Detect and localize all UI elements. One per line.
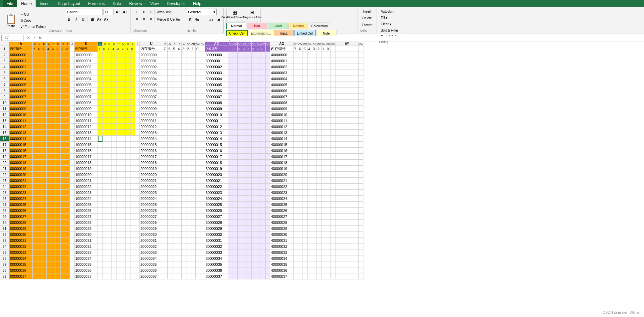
cell[interactable] xyxy=(196,106,200,112)
cell[interactable] xyxy=(172,100,177,106)
cell[interactable] xyxy=(47,208,51,214)
cell[interactable] xyxy=(130,118,135,124)
cell[interactable] xyxy=(33,70,37,76)
cell[interactable] xyxy=(233,166,238,172)
cell[interactable] xyxy=(335,208,359,214)
cell[interactable] xyxy=(196,100,200,106)
cell[interactable] xyxy=(191,196,196,202)
cell[interactable] xyxy=(331,82,335,88)
cell[interactable]: 6 xyxy=(103,46,107,52)
cell[interactable] xyxy=(196,148,200,154)
cell[interactable] xyxy=(200,202,205,208)
cell[interactable]: 30000007 xyxy=(205,94,228,100)
cell[interactable] xyxy=(247,136,252,142)
cell[interactable] xyxy=(177,196,182,202)
cell[interactable] xyxy=(196,243,200,249)
col-header-AL[interactable]: AL xyxy=(256,42,261,46)
cell[interactable] xyxy=(103,184,107,190)
cell[interactable] xyxy=(168,267,172,273)
cell[interactable] xyxy=(182,148,186,154)
cell[interactable] xyxy=(42,172,47,178)
cell[interactable] xyxy=(247,190,252,196)
col-header-W[interactable]: W xyxy=(168,42,172,46)
cell[interactable] xyxy=(47,76,51,82)
cell[interactable] xyxy=(294,178,298,184)
cell[interactable] xyxy=(182,184,186,190)
cell[interactable] xyxy=(191,160,196,166)
cell[interactable]: 00000018 xyxy=(9,160,33,166)
cell[interactable] xyxy=(177,88,182,94)
cell-reference-box[interactable] xyxy=(1,35,21,41)
cell[interactable] xyxy=(130,136,135,142)
cell[interactable] xyxy=(56,52,61,58)
cell[interactable] xyxy=(261,220,266,226)
cell[interactable] xyxy=(256,208,261,214)
cell[interactable]: 10000024 xyxy=(75,196,98,202)
cell[interactable] xyxy=(163,255,168,261)
row-header[interactable]: 5 xyxy=(0,70,9,76)
cell[interactable] xyxy=(130,178,135,184)
cell[interactable]: 20000014 xyxy=(140,136,163,142)
cell[interactable] xyxy=(56,208,61,214)
cell[interactable] xyxy=(107,70,112,76)
cell[interactable] xyxy=(121,76,126,82)
cell[interactable]: 5 xyxy=(107,46,112,52)
cell[interactable] xyxy=(228,208,233,214)
cell[interactable] xyxy=(70,82,75,88)
cell[interactable] xyxy=(242,226,247,232)
cell[interactable] xyxy=(47,88,51,94)
cell[interactable]: 00000025 xyxy=(9,202,33,208)
cell[interactable] xyxy=(298,243,303,249)
cell[interactable] xyxy=(56,88,61,94)
row-header[interactable]: 19 xyxy=(0,154,9,160)
cell[interactable] xyxy=(61,226,65,232)
cell[interactable] xyxy=(233,214,238,220)
cell[interactable] xyxy=(308,160,312,166)
cell[interactable] xyxy=(186,100,191,106)
cell[interactable] xyxy=(196,190,200,196)
cell[interactable] xyxy=(37,166,42,172)
cell[interactable]: 10000002 xyxy=(75,64,98,70)
cell[interactable] xyxy=(33,243,37,249)
cell[interactable] xyxy=(103,70,107,76)
cell[interactable] xyxy=(322,148,326,154)
cell[interactable] xyxy=(168,154,172,160)
cell[interactable] xyxy=(51,76,56,82)
cell[interactable] xyxy=(303,214,308,220)
cell[interactable] xyxy=(65,255,70,261)
cell[interactable] xyxy=(130,243,135,249)
cell[interactable] xyxy=(317,226,322,232)
cell[interactable] xyxy=(126,142,130,148)
cell[interactable] xyxy=(163,214,168,220)
cell[interactable] xyxy=(238,172,242,178)
cell[interactable] xyxy=(359,214,363,220)
cell[interactable]: 10000007 xyxy=(75,94,98,100)
cell[interactable]: 40000007 xyxy=(270,94,294,100)
cell[interactable] xyxy=(266,94,270,100)
cell[interactable] xyxy=(130,94,135,100)
cell[interactable] xyxy=(228,130,233,136)
cell[interactable] xyxy=(266,58,270,64)
cell[interactable] xyxy=(116,255,121,261)
cell[interactable] xyxy=(256,106,261,112)
cell[interactable] xyxy=(247,202,252,208)
cell[interactable] xyxy=(317,82,322,88)
cell[interactable] xyxy=(303,130,308,136)
cell[interactable]: 30000017 xyxy=(205,154,228,160)
cell[interactable] xyxy=(112,220,116,226)
cell[interactable]: 00000014 xyxy=(9,136,33,142)
cell[interactable] xyxy=(256,118,261,124)
cell[interactable] xyxy=(116,130,121,136)
cell[interactable] xyxy=(266,267,270,273)
cell[interactable] xyxy=(242,214,247,220)
row-header[interactable]: 18 xyxy=(0,148,9,154)
cell[interactable] xyxy=(168,196,172,202)
cell[interactable] xyxy=(47,154,51,160)
cell[interactable] xyxy=(65,130,70,136)
cell[interactable] xyxy=(42,273,47,279)
cell[interactable] xyxy=(186,64,191,70)
cell[interactable] xyxy=(266,136,270,142)
cell[interactable] xyxy=(238,70,242,76)
cell[interactable] xyxy=(172,142,177,148)
cell[interactable] xyxy=(256,130,261,136)
